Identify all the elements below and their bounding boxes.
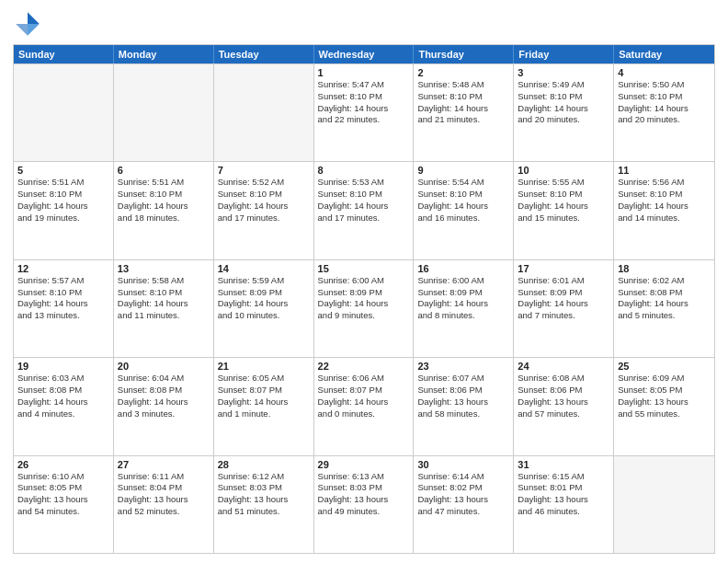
- day-number: 19: [17, 361, 109, 372]
- day-3: 3Sunrise: 5:49 AM Sunset: 8:10 PM Daylig…: [514, 64, 614, 161]
- calendar-row-4: 19Sunrise: 6:03 AM Sunset: 8:08 PM Dayli…: [14, 357, 714, 454]
- day-info: Sunrise: 6:10 AM Sunset: 8:05 PM Dayligh…: [17, 471, 109, 518]
- day-info: Sunrise: 6:13 AM Sunset: 8:03 PM Dayligh…: [318, 471, 410, 518]
- day-info: Sunrise: 6:08 AM Sunset: 8:06 PM Dayligh…: [518, 373, 609, 419]
- day-4: 4Sunrise: 5:50 AM Sunset: 8:10 PM Daylig…: [614, 64, 714, 161]
- weekday-header-saturday: Saturday: [614, 45, 714, 63]
- weekday-header-thursday: Thursday: [414, 45, 514, 63]
- day-8: 8Sunrise: 5:53 AM Sunset: 8:10 PM Daylig…: [314, 162, 415, 259]
- weekday-header-wednesday: Wednesday: [314, 45, 415, 63]
- day-number: 1: [318, 67, 410, 78]
- day-number: 25: [618, 361, 711, 372]
- day-18: 18Sunrise: 6:02 AM Sunset: 8:08 PM Dayli…: [614, 260, 714, 357]
- weekday-header-monday: Monday: [114, 45, 214, 63]
- day-number: 13: [118, 263, 210, 274]
- day-info: Sunrise: 5:48 AM Sunset: 8:10 PM Dayligh…: [417, 79, 509, 126]
- day-15: 15Sunrise: 6:00 AM Sunset: 8:09 PM Dayli…: [314, 260, 415, 357]
- day-info: Sunrise: 5:47 AM Sunset: 8:10 PM Dayligh…: [318, 79, 410, 126]
- day-number: 17: [518, 263, 609, 274]
- day-number: 22: [318, 361, 410, 372]
- day-info: Sunrise: 5:50 AM Sunset: 8:10 PM Dayligh…: [618, 79, 711, 126]
- weekday-header-tuesday: Tuesday: [214, 45, 314, 63]
- day-number: 26: [17, 459, 109, 470]
- header: [13, 9, 715, 39]
- day-info: Sunrise: 6:09 AM Sunset: 8:05 PM Dayligh…: [618, 373, 711, 419]
- day-11: 11Sunrise: 5:56 AM Sunset: 8:10 PM Dayli…: [614, 162, 714, 259]
- svg-marker-1: [28, 24, 40, 36]
- day-28: 28Sunrise: 6:12 AM Sunset: 8:03 PM Dayli…: [214, 456, 314, 553]
- day-17: 17Sunrise: 6:01 AM Sunset: 8:09 PM Dayli…: [514, 260, 614, 357]
- day-6: 6Sunrise: 5:51 AM Sunset: 8:10 PM Daylig…: [114, 162, 214, 259]
- day-29: 29Sunrise: 6:13 AM Sunset: 8:03 PM Dayli…: [314, 456, 415, 553]
- day-number: 23: [417, 361, 509, 372]
- day-26: 26Sunrise: 6:10 AM Sunset: 8:05 PM Dayli…: [14, 456, 114, 553]
- day-info: Sunrise: 6:01 AM Sunset: 8:09 PM Dayligh…: [518, 275, 609, 322]
- day-number: 31: [518, 459, 609, 470]
- day-22: 22Sunrise: 6:06 AM Sunset: 8:07 PM Dayli…: [314, 358, 415, 454]
- day-number: 20: [118, 361, 210, 372]
- page: SundayMondayTuesdayWednesdayThursdayFrid…: [0, 0, 728, 563]
- day-number: 4: [618, 67, 711, 78]
- day-info: Sunrise: 6:00 AM Sunset: 8:09 PM Dayligh…: [318, 275, 410, 322]
- empty-cell: [14, 64, 114, 161]
- day-info: Sunrise: 5:55 AM Sunset: 8:10 PM Dayligh…: [518, 177, 609, 224]
- day-number: 27: [118, 459, 210, 470]
- calendar-row-3: 12Sunrise: 5:57 AM Sunset: 8:10 PM Dayli…: [14, 259, 714, 357]
- empty-cell: [114, 64, 214, 161]
- day-info: Sunrise: 6:05 AM Sunset: 8:07 PM Dayligh…: [218, 373, 310, 419]
- day-number: 2: [417, 67, 509, 78]
- day-info: Sunrise: 5:54 AM Sunset: 8:10 PM Dayligh…: [417, 177, 509, 224]
- day-info: Sunrise: 6:06 AM Sunset: 8:07 PM Dayligh…: [318, 373, 410, 419]
- day-info: Sunrise: 5:51 AM Sunset: 8:10 PM Dayligh…: [17, 177, 109, 224]
- day-14: 14Sunrise: 5:59 AM Sunset: 8:09 PM Dayli…: [214, 260, 314, 357]
- day-number: 14: [218, 263, 310, 274]
- day-13: 13Sunrise: 5:58 AM Sunset: 8:10 PM Dayli…: [114, 260, 214, 357]
- weekday-header-sunday: Sunday: [14, 45, 114, 63]
- empty-cell: [614, 456, 714, 553]
- calendar-row-2: 5Sunrise: 5:51 AM Sunset: 8:10 PM Daylig…: [14, 161, 714, 259]
- day-info: Sunrise: 5:57 AM Sunset: 8:10 PM Dayligh…: [17, 275, 109, 322]
- day-25: 25Sunrise: 6:09 AM Sunset: 8:05 PM Dayli…: [614, 358, 714, 454]
- day-info: Sunrise: 5:56 AM Sunset: 8:10 PM Dayligh…: [618, 177, 711, 224]
- day-19: 19Sunrise: 6:03 AM Sunset: 8:08 PM Dayli…: [14, 358, 114, 454]
- day-info: Sunrise: 6:15 AM Sunset: 8:01 PM Dayligh…: [518, 471, 609, 518]
- day-2: 2Sunrise: 5:48 AM Sunset: 8:10 PM Daylig…: [414, 64, 514, 161]
- day-info: Sunrise: 6:11 AM Sunset: 8:04 PM Dayligh…: [118, 471, 210, 518]
- day-number: 18: [618, 263, 711, 274]
- day-info: Sunrise: 6:03 AM Sunset: 8:08 PM Dayligh…: [17, 373, 109, 419]
- day-info: Sunrise: 6:12 AM Sunset: 8:03 PM Dayligh…: [218, 471, 310, 518]
- day-info: Sunrise: 5:49 AM Sunset: 8:10 PM Dayligh…: [518, 79, 609, 126]
- day-31: 31Sunrise: 6:15 AM Sunset: 8:01 PM Dayli…: [514, 456, 614, 553]
- calendar-header: SundayMondayTuesdayWednesdayThursdayFrid…: [14, 45, 714, 63]
- day-info: Sunrise: 6:00 AM Sunset: 8:09 PM Dayligh…: [417, 275, 509, 322]
- day-21: 21Sunrise: 6:05 AM Sunset: 8:07 PM Dayli…: [214, 358, 314, 454]
- day-info: Sunrise: 5:58 AM Sunset: 8:10 PM Dayligh…: [118, 275, 210, 322]
- day-number: 29: [318, 459, 410, 470]
- day-12: 12Sunrise: 5:57 AM Sunset: 8:10 PM Dayli…: [14, 260, 114, 357]
- day-number: 30: [417, 459, 509, 470]
- day-number: 12: [17, 263, 109, 274]
- weekday-header-friday: Friday: [514, 45, 614, 63]
- day-number: 7: [218, 165, 310, 176]
- day-1: 1Sunrise: 5:47 AM Sunset: 8:10 PM Daylig…: [314, 64, 415, 161]
- svg-marker-2: [16, 24, 28, 36]
- calendar-row-5: 26Sunrise: 6:10 AM Sunset: 8:05 PM Dayli…: [14, 455, 714, 553]
- day-number: 28: [218, 459, 310, 470]
- day-9: 9Sunrise: 5:54 AM Sunset: 8:10 PM Daylig…: [414, 162, 514, 259]
- day-number: 3: [518, 67, 609, 78]
- calendar: SundayMondayTuesdayWednesdayThursdayFrid…: [13, 44, 715, 554]
- day-info: Sunrise: 6:02 AM Sunset: 8:08 PM Dayligh…: [618, 275, 711, 322]
- day-30: 30Sunrise: 6:14 AM Sunset: 8:02 PM Dayli…: [414, 456, 514, 553]
- day-5: 5Sunrise: 5:51 AM Sunset: 8:10 PM Daylig…: [14, 162, 114, 259]
- day-number: 21: [218, 361, 310, 372]
- day-number: 16: [417, 263, 509, 274]
- day-number: 24: [518, 361, 609, 372]
- day-info: Sunrise: 6:14 AM Sunset: 8:02 PM Dayligh…: [417, 471, 509, 518]
- day-20: 20Sunrise: 6:04 AM Sunset: 8:08 PM Dayli…: [114, 358, 214, 454]
- day-16: 16Sunrise: 6:00 AM Sunset: 8:09 PM Dayli…: [414, 260, 514, 357]
- logo-icon: [13, 9, 42, 39]
- day-number: 10: [518, 165, 609, 176]
- day-info: Sunrise: 5:53 AM Sunset: 8:10 PM Dayligh…: [318, 177, 410, 224]
- day-7: 7Sunrise: 5:52 AM Sunset: 8:10 PM Daylig…: [214, 162, 314, 259]
- day-27: 27Sunrise: 6:11 AM Sunset: 8:04 PM Dayli…: [114, 456, 214, 553]
